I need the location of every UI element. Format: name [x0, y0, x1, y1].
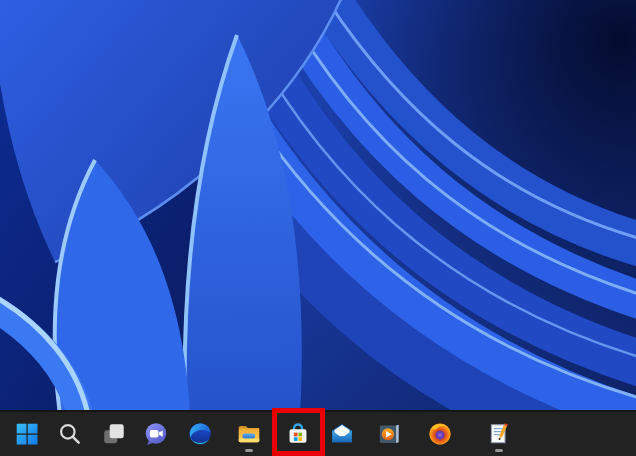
taskbar-button-microsoft-store[interactable] [278, 414, 318, 454]
running-indicator [495, 449, 503, 452]
desktop-wallpaper[interactable] [0, 0, 636, 410]
mail-envelope-icon [329, 421, 355, 447]
movies-tv-play-icon [376, 421, 402, 447]
taskbar-button-chat[interactable] [136, 414, 176, 454]
task-view-icon [101, 421, 127, 447]
taskbar-button-file-explorer[interactable] [229, 414, 269, 454]
notepad-pencil-icon [486, 421, 512, 447]
desktop-screen [0, 0, 636, 456]
taskbar-button-notepad[interactable] [479, 414, 519, 454]
chat-video-icon [143, 421, 169, 447]
search-icon [57, 421, 83, 447]
taskbar-button-firefox[interactable] [420, 414, 460, 454]
firefox-icon [427, 421, 453, 447]
running-indicator [245, 449, 253, 452]
taskbar-button-search[interactable] [50, 414, 90, 454]
taskbar [0, 410, 636, 456]
taskbar-button-movies-tv[interactable] [369, 414, 409, 454]
taskbar-button-edge[interactable] [180, 414, 220, 454]
windows-logo-icon [14, 421, 40, 447]
store-bag-icon [285, 421, 311, 447]
taskbar-button-task-view[interactable] [94, 414, 134, 454]
folder-icon [236, 421, 262, 447]
edge-browser-icon [187, 421, 213, 447]
taskbar-button-mail[interactable] [322, 414, 362, 454]
taskbar-button-start[interactable] [7, 414, 47, 454]
